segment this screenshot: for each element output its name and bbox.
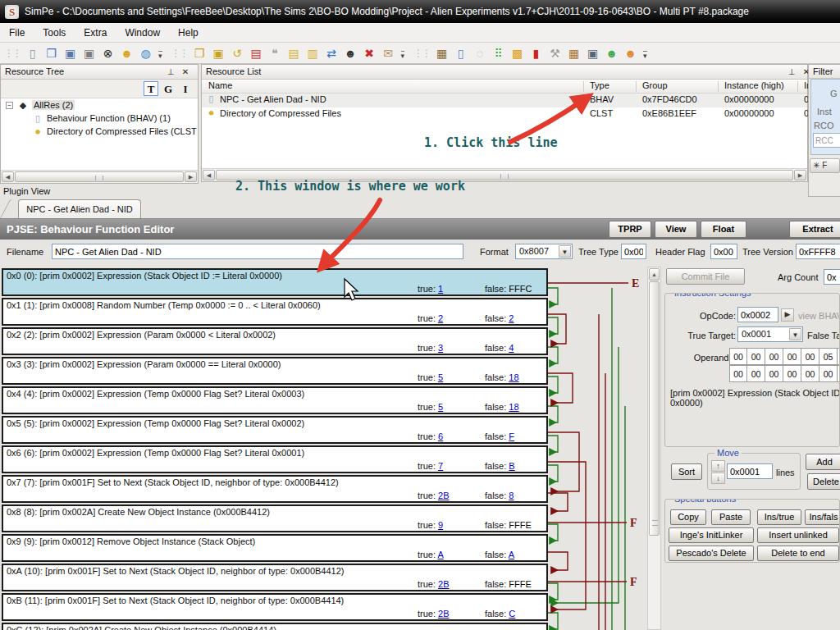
menu-item-extra[interactable]: Extra bbox=[75, 23, 116, 43]
operand-cell[interactable]: 00 bbox=[819, 365, 838, 382]
false-target-link[interactable]: C bbox=[509, 609, 515, 619]
operand-cell[interactable]: 00 bbox=[729, 348, 747, 365]
extract-button[interactable]: Extract bbox=[789, 221, 840, 238]
true-target-link[interactable]: 3 bbox=[438, 343, 443, 353]
comment-icon[interactable]: ❝ bbox=[267, 45, 284, 62]
false-target-link[interactable]: A bbox=[509, 550, 514, 559]
close-icon[interactable]: ✕ bbox=[180, 66, 191, 78]
mail-icon[interactable]: ✉ bbox=[380, 45, 397, 62]
operand-cell[interactable]: 00 bbox=[801, 348, 819, 365]
true-target-link[interactable]: 9 bbox=[438, 520, 443, 530]
opcode-expand-icon[interactable]: ▶ bbox=[781, 308, 794, 322]
tree-filter-button-t[interactable]: T bbox=[144, 81, 158, 96]
false-target-link[interactable]: B bbox=[509, 461, 514, 471]
instruction-row[interactable]: 0x2 (2): [prim 0x0002] Expression (Param… bbox=[2, 327, 548, 355]
operand-cell[interactable]: 00 bbox=[783, 365, 801, 382]
instruction-row[interactable]: 0xA (10): [prim 0x001F] Set to Next (Sta… bbox=[2, 564, 548, 591]
filter-rcol-input[interactable] bbox=[813, 133, 840, 148]
chevron-down-icon[interactable]: ▼ bbox=[559, 245, 571, 258]
move-down-icon[interactable]: ↓ bbox=[711, 472, 725, 484]
close-package-icon[interactable]: ⊗ bbox=[99, 45, 116, 62]
pattern-icon[interactable]: ⠿ bbox=[490, 45, 507, 62]
tree-root-item[interactable]: − ◆ AllRes (2) bbox=[1, 98, 198, 112]
true-target-link[interactable]: 2B bbox=[438, 609, 449, 619]
add-button[interactable]: Add bbox=[806, 454, 840, 470]
arg-count-input[interactable] bbox=[824, 269, 840, 285]
toolbar-grip-icon[interactable]: ⋮⋮ bbox=[4, 48, 21, 59]
special-button-copy[interactable]: Copy bbox=[670, 509, 706, 525]
pin-icon[interactable]: ⊥ bbox=[786, 66, 797, 78]
toolbar-overflow-icon[interactable]: ▾ bbox=[643, 51, 647, 60]
tree-type-input[interactable] bbox=[621, 244, 646, 259]
special-button-paste[interactable]: Paste bbox=[711, 509, 751, 525]
tree-filter-button-g[interactable]: G bbox=[161, 82, 176, 97]
menu-item-help[interactable]: Help bbox=[169, 23, 208, 43]
view-bhav-link[interactable]: view BHAV bbox=[798, 311, 840, 321]
operand-cell[interactable]: 00 bbox=[783, 348, 801, 365]
instruction-row[interactable]: 0xB (11): [prim 0x001F] Set to Next (Sta… bbox=[2, 593, 548, 621]
false-target-link[interactable]: 18 bbox=[509, 372, 518, 382]
true-target-link[interactable]: 2B bbox=[438, 579, 449, 589]
package-gear-icon[interactable]: ▦ bbox=[565, 45, 582, 62]
true-target-link[interactable]: 5 bbox=[438, 402, 443, 412]
special-button-ins-true[interactable]: Ins/true bbox=[757, 509, 801, 525]
instruction-row[interactable]: 0x0 (0): [prim 0x0002] Expression (Stack… bbox=[2, 268, 548, 296]
instruction-row[interactable]: 0x4 (4): [prim 0x0002] Expression (Temp … bbox=[2, 386, 548, 414]
true-target-select[interactable]: 0x0001 ▼ bbox=[737, 326, 803, 342]
new-package-icon[interactable]: ▯ bbox=[24, 45, 41, 62]
menu-item-window[interactable]: Window bbox=[116, 23, 169, 43]
box-icon[interactable]: ▩ bbox=[509, 45, 526, 62]
delete-resource-icon[interactable]: ▤ bbox=[248, 45, 265, 62]
instruction-v-scrollbar[interactable]: ▲ bbox=[647, 267, 661, 630]
open-package-icon[interactable]: ❒ bbox=[43, 45, 60, 62]
tab-npc-get-alien-dad[interactable]: NPC - Get Alien Dad - NID bbox=[18, 199, 141, 218]
instruction-row[interactable]: 0x7 (7): [prim 0x001F] Set to Next (Stac… bbox=[2, 475, 548, 503]
package-tool-icon[interactable]: ▦ bbox=[433, 45, 450, 62]
sync-icon[interactable]: ⇄ bbox=[323, 45, 340, 62]
delete-icon[interactable]: ✖ bbox=[361, 45, 378, 62]
delete-button[interactable]: Delete bbox=[807, 473, 840, 490]
move-up-icon[interactable]: ↑ bbox=[711, 460, 725, 472]
sim-surgery-icon[interactable]: ☻ bbox=[118, 45, 135, 62]
operand-cell[interactable]: 00 bbox=[765, 365, 783, 382]
special-button-inge-s-initlinker[interactable]: Inge's InitLinker bbox=[669, 527, 754, 543]
special-button-ins-fals[interactable]: Ins/fals bbox=[805, 509, 840, 525]
header-flag-input[interactable] bbox=[710, 244, 737, 259]
resource-details-icon[interactable]: ▥ bbox=[304, 45, 322, 62]
web-update-disabled-icon[interactable]: ◍ bbox=[137, 45, 154, 62]
column-header-type[interactable]: Type bbox=[590, 80, 609, 90]
column-separator[interactable] bbox=[797, 81, 798, 92]
view-button[interactable]: View bbox=[655, 221, 697, 238]
operand-cell[interactable]: 00 bbox=[765, 348, 783, 365]
save-package-icon[interactable]: ▣ bbox=[62, 45, 79, 62]
false-target-link[interactable]: 8 bbox=[509, 491, 514, 500]
sim-group-icon[interactable]: ☻ bbox=[603, 45, 620, 62]
resource-row[interactable]: ▯NPC - Get Alien Dad - NIDBHAV0x7FD46CD0… bbox=[202, 94, 807, 107]
opcode-input[interactable] bbox=[737, 307, 778, 322]
false-target-link[interactable]: 2 bbox=[509, 313, 514, 323]
chevron-down-icon[interactable]: ▼ bbox=[789, 328, 801, 340]
false-target-link[interactable]: F bbox=[509, 431, 514, 441]
filter-apply-button[interactable]: ✳ F bbox=[810, 158, 840, 173]
toolbar-grip-icon[interactable]: ⋮⋮ bbox=[171, 48, 188, 59]
scroll-right-icon[interactable]: ▶ bbox=[794, 170, 806, 180]
tree-h-scrollbar[interactable]: ◀ ▶ bbox=[1, 170, 198, 183]
column-separator[interactable] bbox=[583, 81, 584, 92]
false-target-link[interactable]: 18 bbox=[509, 402, 518, 412]
false-target-link[interactable]: 4 bbox=[509, 343, 514, 353]
wrench-icon[interactable]: ⚒ bbox=[546, 45, 564, 62]
export-package-icon[interactable]: ▣ bbox=[210, 45, 227, 62]
column-separator[interactable] bbox=[636, 81, 637, 92]
tree-filter-button-i[interactable]: I bbox=[178, 82, 193, 97]
format-select[interactable]: 0x8007 ▼ bbox=[515, 244, 573, 259]
menu-item-file[interactable]: File bbox=[0, 23, 34, 43]
column-header-group[interactable]: Group bbox=[642, 80, 668, 90]
sort-button[interactable]: Sort bbox=[671, 463, 702, 480]
instruction-row[interactable]: 0x8 (8): [prim 0x002A] Create New Object… bbox=[2, 504, 548, 532]
instruction-row[interactable]: 0x6 (6): [prim 0x0002] Expression (Temp … bbox=[2, 445, 548, 473]
true-target-link[interactable]: 5 bbox=[438, 372, 443, 382]
scroll-left-icon[interactable]: ◀ bbox=[2, 171, 14, 182]
column-separator[interactable] bbox=[718, 81, 719, 92]
commit-file-button[interactable]: Commit File bbox=[666, 268, 745, 285]
restore-version-icon[interactable]: ↺ bbox=[229, 45, 246, 62]
